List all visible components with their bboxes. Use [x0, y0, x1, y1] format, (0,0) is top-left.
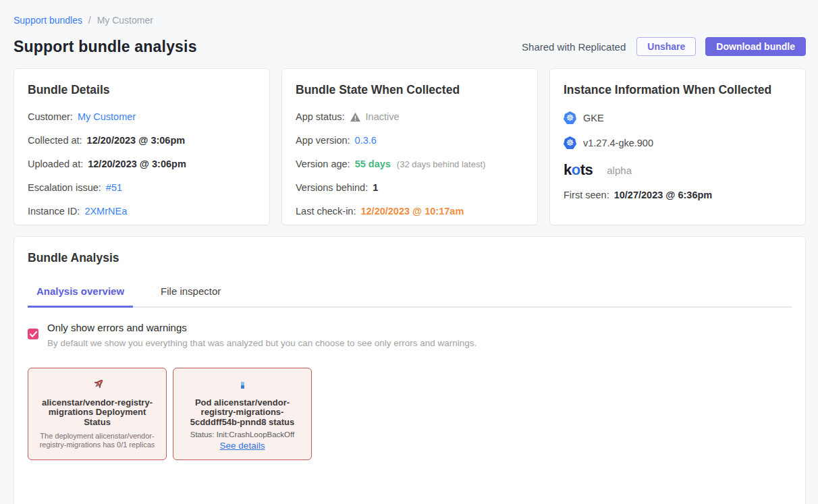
pod-status-error-card[interactable]: Pod alicenstar/vendor-registry-migration… [173, 368, 312, 460]
customer-label: Customer: [28, 111, 73, 122]
error-card-title: Pod alicenstar/vendor-registry-migration… [180, 398, 304, 427]
app-status-label: App status: [296, 111, 345, 122]
kots-row: kots alpha [564, 161, 792, 179]
support-bundle-analysis-page: Support bundles / My Customer Support bu… [0, 0, 818, 504]
analysis-tabs: Analysis overview File inspector [28, 285, 792, 308]
analysis-results-row: alicenstar/vendor-registry-migrations De… [28, 368, 792, 460]
page-title: Support bundle analysis [13, 38, 197, 56]
gke-kubernetes-icon: ☸ [564, 111, 576, 124]
breadcrumb-separator: / [88, 15, 91, 26]
app-status-row: App status: Inactive [296, 111, 524, 122]
bundle-state-card: Bundle State When Collected App status: … [281, 68, 538, 225]
customer-row: Customer: My Customer [28, 111, 256, 122]
bundle-details-title: Bundle Details [28, 83, 256, 97]
filter-description: By default we show you everything that w… [47, 338, 476, 348]
pod-icon [180, 376, 304, 394]
error-card-status: Status: Init:CrashLoopBackOff [180, 430, 304, 439]
versions-behind-value: 1 [373, 182, 378, 193]
version-age-value: 55 days [355, 159, 391, 169]
shared-status-text: Shared with Replicated [522, 41, 626, 53]
unshare-button[interactable]: Unshare [636, 37, 696, 56]
breadcrumb-current: My Customer [97, 15, 153, 26]
instance-id-label: Instance ID: [28, 206, 80, 217]
k8s-version-row: ☸ v1.27.4-gke.900 [564, 136, 792, 149]
kots-logo: kots [564, 161, 593, 179]
error-card-body: The deployment alicenstar/vendor-registr… [35, 432, 159, 449]
bundle-state-title: Bundle State When Collected [296, 83, 524, 97]
warning-triangle-icon [350, 112, 361, 122]
deployment-status-error-card[interactable]: alicenstar/vendor-registry-migrations De… [28, 368, 167, 460]
errors-warnings-checkbox[interactable] [28, 329, 38, 339]
first-seen-label: First seen: [564, 190, 609, 200]
last-checkin-row: Last check-in: 12/20/2023 @ 10:17am [296, 206, 524, 217]
kots-version-tag: alpha [607, 165, 632, 176]
first-seen-row: First seen: 10/27/2023 @ 6:36pm [564, 190, 792, 200]
version-age-row: Version age: 55 days (32 days behind lat… [296, 159, 524, 169]
instance-id-row: Instance ID: 2XMrNEa [28, 206, 256, 217]
instance-info-title: Instance Information When Collected [564, 83, 792, 97]
distribution-value: GKE [583, 113, 604, 123]
uploaded-at-row: Uploaded at: 12/20/2023 @ 3:06pm [28, 159, 256, 169]
download-bundle-button[interactable]: Download bundle [705, 37, 806, 56]
rocket-icon [35, 376, 159, 394]
app-version-row: App version: 0.3.6 [296, 135, 524, 146]
escalation-issue-link[interactable]: #51 [106, 182, 122, 193]
header-actions: Shared with Replicated Unshare Download … [522, 37, 806, 56]
first-seen-value: 10/27/2023 @ 6:36pm [614, 190, 713, 200]
app-version-label: App version: [296, 135, 350, 146]
kubernetes-icon: ☸ [564, 136, 576, 149]
tab-analysis-overview[interactable]: Analysis overview [28, 285, 133, 308]
kots-logo-ts: ts [580, 161, 593, 179]
tab-file-inspector[interactable]: File inspector [152, 285, 229, 306]
collected-at-label: Collected at: [28, 135, 82, 146]
last-checkin-label: Last check-in: [296, 206, 356, 217]
customer-link[interactable]: My Customer [78, 111, 136, 122]
errors-warnings-filter: Only show errors and warnings By default… [28, 322, 792, 348]
breadcrumb-link-support-bundles[interactable]: Support bundles [13, 15, 82, 26]
breadcrumb: Support bundles / My Customer [13, 15, 806, 26]
version-age-label: Version age: [296, 159, 350, 169]
escalation-issue-row: Escalation issue: #51 [28, 182, 256, 193]
app-version-link[interactable]: 0.3.6 [355, 135, 377, 146]
version-age-note: (32 days behind latest) [397, 159, 486, 169]
collected-at-row: Collected at: 12/20/2023 @ 3:06pm [28, 135, 256, 146]
bundle-details-card: Bundle Details Customer: My Customer Col… [13, 68, 270, 225]
instance-id-link[interactable]: 2XMrNEa [84, 206, 127, 217]
escalation-issue-label: Escalation issue: [28, 182, 101, 193]
versions-behind-row: Versions behind: 1 [296, 182, 524, 193]
collected-at-value: 12/20/2023 @ 3:06pm [87, 135, 186, 146]
instance-info-card: Instance Information When Collected ☸ GK… [549, 68, 806, 225]
uploaded-at-value: 12/20/2023 @ 3:06pm [88, 159, 186, 169]
last-checkin-value: 12/20/2023 @ 10:17am [360, 206, 464, 217]
summary-cards-row: Bundle Details Customer: My Customer Col… [13, 68, 806, 225]
k8s-version-value: v1.27.4-gke.900 [583, 138, 653, 148]
filter-text-block: Only show errors and warnings By default… [47, 322, 476, 348]
app-status-value: Inactive [366, 111, 400, 122]
page-header: Support bundle analysis Shared with Repl… [13, 37, 806, 56]
versions-behind-label: Versions behind: [296, 182, 368, 193]
kots-logo-k: k [564, 161, 572, 179]
bundle-analysis-title: Bundle Analysis [28, 251, 792, 265]
filter-label: Only show errors and warnings [47, 322, 476, 333]
error-card-title: alicenstar/vendor-registry-migrations De… [35, 398, 159, 427]
uploaded-at-label: Uploaded at: [28, 159, 83, 169]
bundle-analysis-card: Bundle Analysis Analysis overview File i… [13, 236, 806, 504]
distribution-row: ☸ GKE [564, 111, 792, 124]
kots-logo-o: o [572, 161, 580, 179]
see-details-link[interactable]: See details [220, 441, 265, 451]
